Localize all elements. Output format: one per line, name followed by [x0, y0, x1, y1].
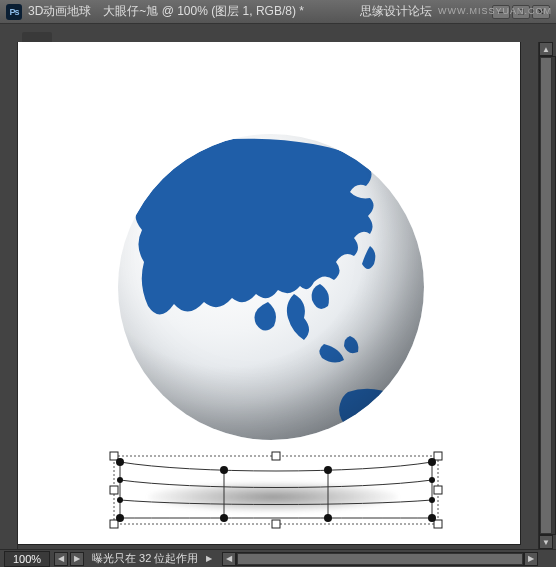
- svg-point-21: [324, 514, 332, 522]
- svg-rect-7: [110, 452, 118, 460]
- horizontal-scrollbar-track[interactable]: [236, 552, 524, 566]
- left-gutter: [0, 42, 18, 549]
- status-nav-left[interactable]: ◀: [54, 552, 68, 566]
- canvas-wrap: [18, 42, 538, 549]
- svg-point-23: [117, 497, 123, 503]
- status-bar: 100% ◀ ▶ 曝光只在 32 位起作用 ▶ ◀ ▶: [0, 549, 556, 567]
- horizontal-scrollbar-thumb[interactable]: [237, 553, 523, 565]
- svg-point-1: [118, 134, 424, 440]
- document-row: ▲ ▼: [0, 42, 556, 549]
- titlebar[interactable]: Ps 3D动画地球 大眼仔~旭 @ 100% (图层 1, RGB/8) * 思…: [0, 0, 556, 24]
- vertical-scrollbar-track[interactable]: [539, 56, 556, 535]
- zoom-input[interactable]: 100%: [4, 551, 50, 567]
- svg-point-25: [117, 477, 123, 483]
- landmass-svg: [118, 134, 424, 440]
- document-body: ▲ ▼ 100% ◀ ▶ 曝光只在 32 位起作用 ▶ ◀ ▶: [0, 24, 556, 567]
- vertical-scrollbar-thumb[interactable]: [540, 57, 552, 534]
- scroll-up-button[interactable]: ▲: [539, 42, 553, 56]
- canvas[interactable]: [18, 42, 520, 544]
- svg-rect-12: [434, 486, 442, 494]
- svg-rect-11: [110, 486, 118, 494]
- status-menu-arrow-icon[interactable]: ▶: [204, 554, 214, 564]
- titlebar-right-text: 思缘设计论坛: [360, 3, 432, 20]
- status-nav-right[interactable]: ▶: [70, 552, 84, 566]
- app-window: Ps 3D动画地球 大眼仔~旭 @ 100% (图层 1, RGB/8) * 思…: [0, 0, 556, 567]
- photoshop-icon: Ps: [6, 4, 22, 20]
- document-title: 3D动画地球 大眼仔~旭 @ 100% (图层 1, RGB/8) *: [28, 3, 360, 20]
- tab-handle[interactable]: [22, 32, 52, 42]
- svg-point-24: [429, 497, 435, 503]
- scroll-right-button[interactable]: ▶: [524, 552, 538, 566]
- svg-rect-8: [434, 452, 442, 460]
- scroll-left-button[interactable]: ◀: [222, 552, 236, 566]
- tab-strip: [0, 24, 556, 42]
- svg-point-20: [220, 514, 228, 522]
- globe-artwork: [118, 134, 424, 440]
- svg-point-18: [428, 458, 436, 466]
- scroll-down-button[interactable]: ▼: [539, 535, 553, 549]
- right-gutter: ▲ ▼: [538, 42, 556, 549]
- svg-point-16: [220, 466, 228, 474]
- svg-rect-10: [434, 520, 442, 528]
- watermark: WWW.MISSYUAN.COM: [438, 6, 552, 16]
- warp-grid: [114, 456, 438, 524]
- svg-point-19: [116, 514, 124, 522]
- canvas-area[interactable]: [18, 42, 538, 549]
- svg-rect-9: [110, 520, 118, 528]
- warp-transform-box[interactable]: [114, 456, 438, 524]
- svg-rect-14: [272, 520, 280, 528]
- svg-point-17: [324, 466, 332, 474]
- svg-rect-13: [272, 452, 280, 460]
- status-text: 曝光只在 32 位起作用: [92, 551, 198, 566]
- svg-rect-2: [114, 456, 438, 524]
- svg-point-22: [428, 514, 436, 522]
- svg-point-26: [429, 477, 435, 483]
- svg-point-15: [116, 458, 124, 466]
